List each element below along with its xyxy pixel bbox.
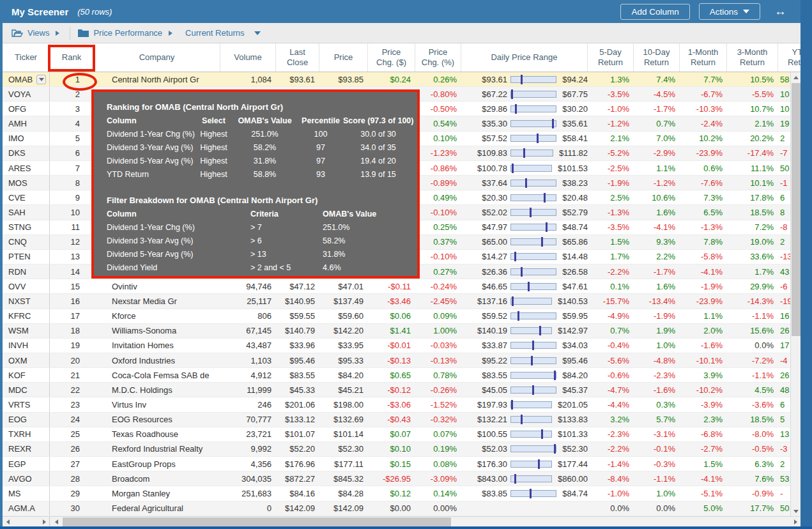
column-header-3-month-return[interactable]: 3-Month Return [727, 43, 778, 72]
scroll-right-button[interactable] [39, 517, 49, 527]
ticker-cell[interactable]: VRTS [3, 397, 50, 411]
ranking-cell: 97 [298, 155, 343, 168]
title-bar: My Screener (50 rows) Add Column Actions… [0, 0, 801, 23]
ticker-cell[interactable]: PTEN [3, 250, 50, 264]
scroll-right-button[interactable] [790, 517, 801, 527]
price-chg-pct-cell: 0.10% [415, 134, 461, 143]
horizontal-scrollbar-thumb[interactable] [63, 518, 451, 526]
return-1month-cell: 1.1% [680, 311, 727, 321]
ticker-cell[interactable]: OVV [3, 279, 50, 293]
scroll-up-button[interactable] [791, 72, 801, 82]
breadcrumb-folder[interactable]: Price Performance [78, 28, 162, 38]
vertical-scrollbar-thumb[interactable] [792, 83, 801, 336]
range-high-value: $177.44 [555, 459, 588, 469]
ticker-cell[interactable]: SAH [3, 205, 50, 219]
ticker-cell[interactable]: OXM [3, 353, 50, 367]
expand-width-icon[interactable]: ↔ [774, 4, 786, 19]
range-bar [510, 238, 556, 245]
scroll-down-button[interactable] [791, 506, 801, 516]
ticker-cell[interactable]: MDC [3, 383, 50, 397]
ticker-cell[interactable]: WSM [3, 324, 50, 338]
table-row: AGM.A30Federal Agricultural0$142.09$142.… [3, 502, 790, 516]
rank-cell: 28 [50, 474, 94, 484]
last-close-cell: $872.27 [276, 474, 319, 484]
price-chg-dollar-cell: $0.06 [368, 311, 415, 321]
return-ytd-cell: -19 [778, 296, 790, 306]
ticker-cell[interactable]: AGM.A [3, 502, 50, 516]
ticker-cell[interactable]: ARES [3, 161, 50, 175]
return-5day-cell: -15.7% [588, 296, 634, 306]
breadcrumb-current-view[interactable]: Current Returns [185, 28, 260, 38]
volume-cell: 246 [220, 400, 276, 410]
scroll-left-button[interactable] [3, 517, 13, 527]
column-header-ytd-return[interactable]: YTD Return [778, 43, 801, 72]
range-bar [510, 224, 556, 231]
column-header-price-chg[interactable]: Price Chg. (%) [415, 43, 461, 72]
ranking-cell: 58.8% [231, 168, 298, 181]
ticker-cell[interactable]: REXR [3, 442, 50, 456]
ticker-cell[interactable]: CVE [3, 190, 50, 204]
ticker-cell[interactable]: STNG [3, 220, 50, 234]
rank-cell: 22 [50, 385, 94, 395]
ticker-cell[interactable]: NXST [3, 294, 50, 308]
ranking-cell: 19.4 of 20 [343, 155, 413, 168]
screener-app: My Screener (50 rows) Add Column Actions… [0, 0, 812, 529]
ticker-dropdown-button[interactable] [36, 75, 46, 84]
range-low-value: $14.27 [461, 252, 507, 261]
ticker-cell[interactable]: MS [3, 486, 50, 500]
rank-cell: 8 [50, 178, 94, 188]
vertical-scrollbar[interactable] [790, 72, 801, 516]
ticker-cell[interactable]: OFG [3, 102, 50, 116]
range-low-value: $109.83 [461, 148, 507, 158]
ticker-cell[interactable]: KFRC [3, 309, 50, 323]
price-cell: $142.09 [319, 503, 368, 513]
ticker-cell[interactable]: DKS [3, 146, 50, 160]
ticker-cell[interactable]: INVH [3, 339, 50, 353]
range-high-value: $101.33 [555, 429, 588, 439]
ticker-cell[interactable]: AMH [3, 116, 50, 130]
breadcrumb-divider [70, 27, 70, 40]
column-header-daily-price-range[interactable]: Daily Price Range [461, 43, 588, 72]
ticker-cell[interactable]: OMAB [3, 72, 50, 86]
breadcrumb-views[interactable]: Views [11, 28, 49, 38]
column-header-10-day-return[interactable]: 10-Day Return [634, 43, 680, 72]
column-header-1-month-return[interactable]: 1-Month Return [680, 43, 727, 72]
filter-cell: 58.2% [323, 234, 413, 248]
ticker-label: RDN [8, 267, 26, 277]
column-header-company[interactable]: Company [94, 43, 220, 72]
column-header-price[interactable]: Price [319, 43, 368, 72]
breadcrumb: Views Price Performance Current Returns [3, 23, 801, 43]
ticker-cell[interactable]: KOF [3, 368, 50, 382]
ticker-label: PTEN [8, 252, 31, 261]
price-chg-pct-cell: -0.50% [415, 104, 461, 114]
ticker-cell[interactable]: EOG [3, 413, 50, 427]
range-high-value: $35.61 [560, 119, 588, 128]
table-row: KOF21Coca-Cola Femsa SAB de4,912$83.55$8… [3, 368, 790, 383]
ticker-cell[interactable]: IMO [3, 132, 50, 146]
add-column-button[interactable]: Add Column [620, 4, 689, 20]
price-cell: $84.28 [319, 489, 368, 498]
ticker-cell[interactable]: CNQ [3, 235, 50, 249]
filter-cell: 31.8% [323, 248, 413, 261]
return-10day-cell: -3.1% [634, 429, 680, 439]
column-header-ticker[interactable]: Ticker [3, 43, 50, 72]
ticker-cell[interactable]: RDN [3, 264, 50, 279]
ticker-cell[interactable]: MOS [3, 176, 50, 190]
ticker-column-scrollbar[interactable] [3, 517, 50, 527]
main-horizontal-scrollbar[interactable] [51, 517, 801, 527]
last-close-cell: $33.96 [276, 341, 319, 350]
column-header-last-close[interactable]: Last Close [276, 43, 319, 72]
column-header-volume[interactable]: Volume [220, 43, 276, 72]
volume-cell: 0 [220, 503, 276, 513]
return-5day-cell: -0.6% [588, 371, 634, 380]
ticker-cell[interactable]: AVGO [3, 471, 50, 486]
ticker-cell[interactable]: EGP [3, 457, 50, 471]
column-header-5-day-return[interactable]: 5-Day Return [588, 43, 634, 72]
actions-button[interactable]: Actions [699, 3, 760, 20]
return-5day-cell: 0.1% [588, 282, 634, 291]
ticker-cell[interactable]: VOYA [3, 87, 50, 101]
return-5day-cell: -4.9% [588, 311, 634, 321]
column-header-price-chg[interactable]: Price Chg. ($) [368, 43, 415, 72]
scroll-left-button[interactable] [51, 517, 61, 527]
ticker-cell[interactable]: TXRH [3, 427, 50, 441]
